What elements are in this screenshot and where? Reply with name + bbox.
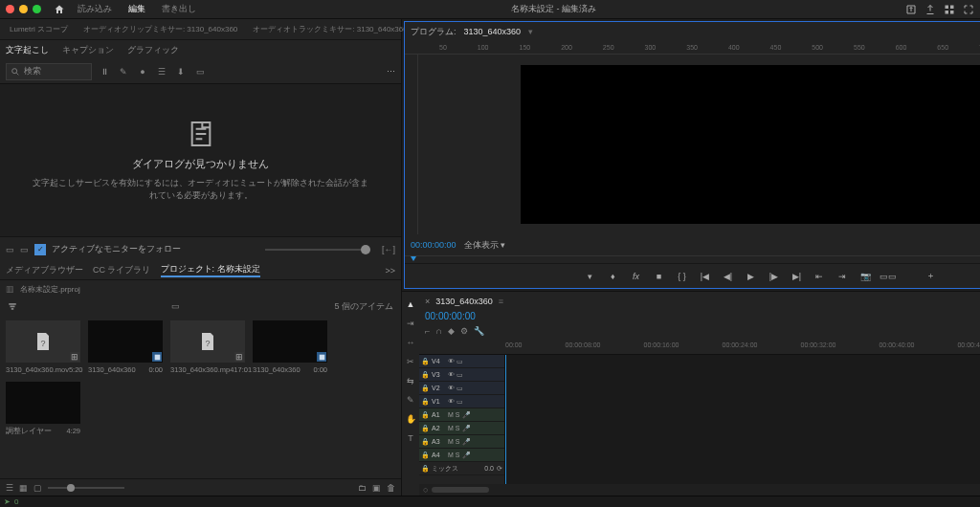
linked-selection-icon[interactable]: ∩ [435,326,441,340]
mix-track-header[interactable]: 🔒ミックス0.0⟳ [419,462,504,475]
marker-icon[interactable]: ♦ [606,270,619,283]
video-track-header[interactable]: 🔒V1👁▭ [419,395,504,408]
bin-up-icon[interactable]: ▥ [6,284,14,294]
extract-icon[interactable]: ⇥ [835,270,849,283]
quick-export-icon[interactable] [905,4,917,15]
hand-tool-icon[interactable]: ✋ [404,412,417,426]
play-icon[interactable]: ▶ [744,270,757,283]
freeform-view-icon[interactable]: ▢ [33,483,42,493]
solo-toggle[interactable]: S [456,411,460,419]
video-track-header[interactable]: 🔒V2👁▭ [419,382,504,395]
track-body[interactable] [505,355,980,484]
timeline-scrollbar[interactable]: ○ ○ [419,484,980,496]
pen-tool-icon[interactable]: ✎ [404,393,417,407]
tab-lumetri-scopes[interactable]: Lumetri スコープ [6,23,72,35]
loop-icon[interactable]: ⟳ [497,465,502,473]
mute-toggle[interactable]: M [448,452,454,459]
new-bin-icon[interactable]: 🗀 [358,483,367,493]
ripple-tool-icon[interactable]: ↔ [404,336,417,349]
go-to-out-icon[interactable]: ▶| [790,270,803,283]
tab-cc-library[interactable]: CC ライブラリ [93,264,151,276]
sync-toggle[interactable]: ▭ [457,398,463,406]
eye-toggle[interactable]: 👁 [448,358,455,365]
workspace-icon[interactable] [944,4,955,15]
workspace-tab-edit[interactable]: 編集 [122,1,151,17]
snap-icon[interactable]: ⌐ [425,326,430,340]
clip-card[interactable]: 3130_640x3600:00 [253,320,327,374]
cc-badge-icon[interactable]: ▭ [20,245,29,254]
voice-toggle[interactable]: 🎤 [462,452,471,459]
tab-project[interactable]: プロジェクト: 名称未設定 [161,263,260,277]
workspace-tab-export[interactable]: 書き出し [156,1,202,17]
lock-icon[interactable]: 🔒 [421,425,429,432]
share-icon[interactable] [924,4,936,15]
clip-card[interactable]: ?⊞3130_640x360.mov5:20 [6,320,80,374]
status-icon[interactable]: ➤ [4,497,11,506]
mute-toggle[interactable]: M [448,425,454,432]
bracket-icon[interactable]: [←] [382,245,395,254]
markers-icon[interactable]: ◆ [448,326,455,340]
track-select-tool-icon[interactable]: ⇥ [404,317,417,330]
close-window-button[interactable] [6,5,14,13]
fit-dropdown[interactable]: 全体表示 ▾ [464,239,506,252]
razor-tool-icon[interactable]: ✂ [404,355,417,368]
video-track-header[interactable]: 🔒V4👁▭ [419,355,504,368]
sync-toggle[interactable]: ▭ [457,385,463,392]
viewer-area[interactable] [418,55,980,234]
lock-icon[interactable]: 🔒 [421,358,429,365]
panel-menu-icon[interactable]: ▭ [6,245,14,254]
export-frame-icon[interactable]: 📷 [858,270,872,283]
edit-icon[interactable]: ✎ [117,65,130,78]
audio-track-header[interactable]: 🔒A3MS🎤 [419,435,504,449]
voice-toggle[interactable]: 🎤 [462,411,471,419]
solo-toggle[interactable]: S [456,438,460,446]
home-icon[interactable] [52,2,67,17]
freeform-icon[interactable]: ▭ [171,301,180,311]
lock-icon[interactable]: 🔒 [421,452,429,459]
sync-toggle[interactable]: ▭ [457,371,463,379]
project-panel-overflow[interactable]: >> [385,266,395,276]
clip-card[interactable]: 調整レイヤー4:29 [6,382,80,436]
close-seq-icon[interactable]: × [425,297,430,306]
lock-icon[interactable]: 🔒 [421,465,429,473]
go-to-in-icon[interactable]: |◀ [698,270,711,283]
eye-toggle[interactable]: 👁 [448,398,455,406]
maximize-window-button[interactable] [33,5,41,13]
follow-slider[interactable] [265,249,370,251]
speaker-icon[interactable]: ● [136,65,149,78]
timeline-ruler[interactable]: 00:0000:00:08:0000:00:16:0000:00:24:0000… [419,340,980,355]
fullscreen-icon[interactable] [963,4,974,15]
comparison-icon[interactable]: ▭▭ [881,270,895,283]
new-item-icon[interactable]: ▣ [372,483,381,493]
align-icon[interactable]: ☰ [155,65,168,78]
voice-toggle[interactable]: 🎤 [462,438,471,446]
selection-tool-icon[interactable]: ▲ [404,298,417,311]
minimize-window-button[interactable] [19,5,28,13]
cc-icon[interactable]: ▭ [193,65,207,78]
eye-toggle[interactable]: 👁 [448,371,455,379]
step-fwd-icon[interactable]: |▶ [767,270,780,283]
add-marker-icon[interactable]: ▾ [583,270,596,283]
settings-icon[interactable]: ⚙ [460,326,468,340]
workspace-tab-import[interactable]: 読み込み [72,1,118,17]
timeline-sequence-name[interactable]: 3130_640x360 [435,297,493,306]
mute-toggle[interactable]: M [448,438,454,446]
button-editor-icon[interactable]: ＋ [924,270,937,283]
audio-track-header[interactable]: 🔒A2MS🎤 [419,422,504,435]
clip-card[interactable]: ?⊞3130_640x360.mp417:01 [170,320,245,374]
subtab-caption[interactable]: キャプション [62,44,114,56]
timeline-timecode[interactable]: 00:00:00:00 [419,311,980,326]
search-input[interactable]: 検索 [6,63,92,80]
list-view-icon[interactable]: ☰ [6,483,13,493]
tab-media-browser[interactable]: メディアブラウザー [6,264,83,276]
project-zoom-slider[interactable] [48,487,124,489]
sync-toggle[interactable]: ▭ [457,358,463,365]
pause-icon[interactable]: ⏸ [98,65,111,78]
clip-card[interactable]: 3130_640x3600:00 [88,320,163,374]
lock-icon[interactable]: 🔒 [421,385,429,392]
program-playhead-track[interactable] [405,255,980,263]
program-timecode-left[interactable]: 00:00:00:00 [411,240,457,250]
fx-icon[interactable]: fx [629,270,642,283]
in-point-icon[interactable]: ■ [652,270,665,283]
lock-icon[interactable]: 🔒 [421,398,429,406]
